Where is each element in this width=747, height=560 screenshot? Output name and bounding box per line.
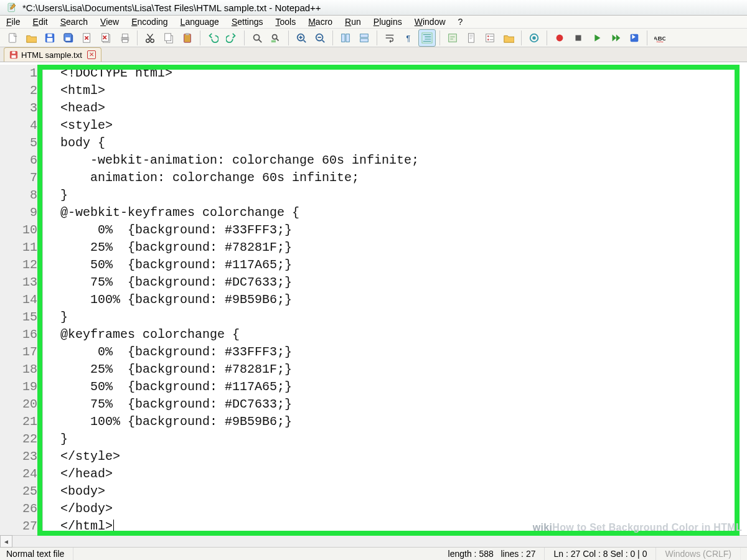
replace-icon[interactable] [267,29,284,47]
code-line[interactable]: <style> [60,117,747,134]
redo-icon[interactable] [223,29,240,47]
code-line[interactable]: @keyframes colorchange { [60,326,747,343]
status-filetype: Normal text file [6,548,73,560]
toolbar-separator [200,30,200,45]
code-line[interactable]: @-webkit-keyframes colorchange { [60,204,747,222]
paste-icon[interactable] [179,29,196,47]
code-content[interactable]: <!DOCTYPE html><html><head><style>body {… [43,65,747,535]
code-line[interactable]: 100% {background: #9B59B6;} [60,291,747,309]
code-line[interactable]: 50% {background: #117A65;} [60,256,747,274]
unsaved-icon [9,50,18,59]
toolbar-separator [647,30,647,45]
stop-macro-icon[interactable] [570,29,587,47]
indent-guide-icon[interactable] [418,29,436,47]
toolbar-separator [547,30,547,45]
line-number: 3 [0,100,37,117]
func-list-icon[interactable] [481,29,499,47]
monitor-icon[interactable] [525,29,543,47]
save-all-icon[interactable] [60,29,77,47]
svg-rect-39 [576,35,581,40]
menu-plugins[interactable]: Plugins [367,16,408,28]
svg-point-21 [273,34,277,39]
code-line[interactable]: <body> [60,483,747,500]
open-file-icon[interactable] [22,29,40,47]
doc-map-icon[interactable] [463,29,480,47]
close-tab-icon[interactable]: ✕ [87,50,96,59]
code-line[interactable]: </html> [60,518,747,535]
toolbar-separator [137,30,138,45]
svg-rect-25 [342,34,345,42]
editor[interactable]: 1234567891011121314151617181920212223242… [0,62,747,547]
code-line[interactable]: </style> [60,448,747,465]
code-line[interactable]: 75% {background: #DC7633;} [60,274,747,291]
new-file-icon[interactable] [4,29,21,47]
line-number: 5 [0,134,37,152]
spellcheck-icon[interactable]: ABC [651,29,669,47]
line-number: 13 [0,274,37,291]
code-line[interactable]: 25% {background: #78281F;} [60,361,747,378]
line-number: 22 [0,431,37,448]
code-line[interactable]: </body> [60,500,747,518]
wordwrap-icon[interactable] [381,29,398,47]
horizontal-scrollbar[interactable]: ◄ [0,535,747,547]
code-line[interactable]: <head> [60,100,747,117]
line-number: 15 [0,309,37,326]
record-macro-icon[interactable] [551,29,568,47]
code-line[interactable]: </head> [60,465,747,483]
code-line[interactable]: } [60,309,747,326]
menu-tools[interactable]: Tools [270,16,303,28]
save-macro-icon[interactable] [626,29,643,47]
menu-[interactable]: ? [452,16,469,28]
play-macro-icon[interactable] [588,29,606,47]
code-line[interactable]: -webkit-animation: colorchange 60s infin… [60,152,747,169]
save-icon[interactable] [41,29,59,47]
scroll-left-icon[interactable]: ◄ [0,535,12,548]
code-line[interactable]: 0% {background: #33FFF3;} [60,222,747,239]
menu-run[interactable]: Run [339,16,367,28]
zoom-out-icon[interactable] [311,29,329,47]
menu-edit[interactable]: Edit [27,16,54,28]
file-tab[interactable]: HTML sample.txt ✕ [4,47,101,62]
code-line[interactable]: 100% {background: #9B59B6;} [60,413,747,431]
code-line[interactable]: <html> [60,82,747,100]
code-line[interactable]: 75% {background: #DC7633;} [60,396,747,413]
code-line[interactable]: } [60,431,747,448]
line-number: 21 [0,413,37,431]
code-line[interactable]: 0% {background: #33FFF3;} [60,343,747,361]
cut-icon[interactable] [141,29,159,47]
menu-macro[interactable]: Macro [302,16,339,28]
code-line[interactable]: animation: colorchange 60s infinite; [60,169,747,187]
folder-icon[interactable] [500,29,517,47]
menu-search[interactable]: Search [54,16,94,28]
sync-v-icon[interactable] [337,29,354,47]
code-line[interactable]: } [60,187,747,204]
menu-file[interactable]: File [4,16,27,28]
run-multi-icon[interactable] [607,29,624,47]
status-eol: Windows (CRLF) [656,548,741,560]
undo-icon[interactable] [204,29,222,47]
print-icon[interactable] [116,29,133,47]
sync-h-icon[interactable] [355,29,373,47]
code-line[interactable]: <!DOCTYPE html> [60,65,747,82]
line-number: 9 [0,204,37,222]
code-line[interactable]: body { [60,134,747,152]
line-number: 2 [0,82,37,100]
user-lang-icon[interactable] [444,29,461,47]
svg-point-14 [146,39,149,42]
svg-rect-1 [9,34,16,42]
code-line[interactable]: 25% {background: #78281F;} [60,239,747,256]
copy-icon[interactable] [160,29,177,47]
menu-encoding[interactable]: Encoding [125,16,174,28]
show-all-chars-icon[interactable]: ¶ [400,29,417,47]
menu-settings[interactable]: Settings [225,16,270,28]
svg-rect-18 [184,34,191,42]
menu-language[interactable]: Language [174,16,225,28]
code-line[interactable]: 50% {background: #117A65;} [60,378,747,396]
close-icon[interactable] [78,29,96,47]
menu-view[interactable]: View [94,16,125,28]
zoom-in-icon[interactable] [293,29,310,47]
find-icon[interactable] [248,29,266,47]
menu-window[interactable]: Window [408,16,452,28]
close-all-icon[interactable] [97,29,115,47]
svg-point-15 [151,39,154,42]
